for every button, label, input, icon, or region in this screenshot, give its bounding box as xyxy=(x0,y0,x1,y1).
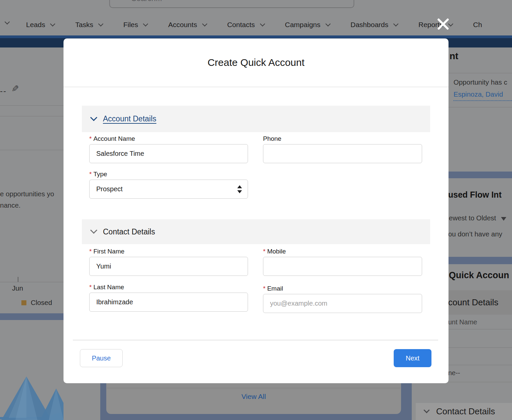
top-navigation: Leads Tasks Files Accounts Contacts Camp… xyxy=(0,16,512,33)
mountains-illustration xyxy=(0,368,63,420)
divider xyxy=(0,116,63,116)
chevron-down-icon[interactable] xyxy=(325,21,331,26)
caret-down-icon xyxy=(237,190,242,193)
contact-fields-grid: * First Name * Mobile * Last Name * Emai… xyxy=(89,244,422,313)
nav-tab-label: Files xyxy=(123,21,138,29)
label-text: Mobile xyxy=(267,248,286,255)
opportunity-text: Opportunity has c xyxy=(454,78,507,86)
chevron-down-icon[interactable] xyxy=(98,21,104,26)
empty-value-text: -- xyxy=(0,86,7,96)
last-name-field: * Last Name xyxy=(89,284,248,313)
type-field: * Type Prospect xyxy=(89,171,248,199)
sort-label: ewest to Oldest xyxy=(449,214,496,222)
edit-pencil-icon[interactable]: ✎ xyxy=(11,84,19,94)
label-text: Type xyxy=(93,171,107,178)
page-background-band xyxy=(448,257,512,264)
background-left-panel: -- ✎ e opportunities yo nance. Jun Close… xyxy=(0,47,63,420)
select-spinner-icon[interactable] xyxy=(237,185,242,193)
first-name-field: * First Name xyxy=(89,248,248,276)
required-asterisk: * xyxy=(263,285,265,292)
divider xyxy=(448,382,512,382)
nav-tab-label: Tasks xyxy=(75,21,93,29)
account-name-field: * Account Name xyxy=(89,135,248,163)
nav-tab-tasks[interactable]: Tasks xyxy=(75,21,103,29)
nav-tab-label: Campaigns xyxy=(285,21,321,29)
account-name-input[interactable] xyxy=(89,144,248,163)
divider xyxy=(107,388,400,388)
mobile-field: * Mobile xyxy=(263,248,422,276)
divider xyxy=(448,347,512,348)
mobile-label: * Mobile xyxy=(263,248,422,255)
empty-state-text: e opportunities yo xyxy=(0,190,54,198)
close-icon[interactable] xyxy=(436,17,450,31)
chart-axis-line xyxy=(0,282,63,282)
spacer xyxy=(263,163,422,199)
email-input[interactable] xyxy=(263,294,422,313)
search-input[interactable] xyxy=(110,0,354,7)
divider xyxy=(0,105,63,106)
nav-tab-clipped[interactable]: Ch xyxy=(473,21,482,29)
chevron-down-icon[interactable] xyxy=(50,21,55,26)
divider xyxy=(448,107,512,107)
divider xyxy=(0,150,63,150)
phone-field: Phone xyxy=(263,135,422,163)
nav-tab-accounts[interactable]: Accounts xyxy=(168,21,206,29)
next-button[interactable]: Next xyxy=(394,349,431,367)
chevron-down-icon[interactable] xyxy=(202,21,207,26)
first-name-input[interactable] xyxy=(89,257,248,276)
flow-empty-text: ou don’t have any xyxy=(448,230,502,238)
pause-button[interactable]: Pause xyxy=(80,349,123,367)
nav-tab-leads[interactable]: Leads xyxy=(26,21,54,29)
nav-tab-label: Dashboards xyxy=(351,21,388,29)
phone-input[interactable] xyxy=(263,144,422,163)
required-asterisk: * xyxy=(89,284,92,291)
required-asterisk: * xyxy=(89,248,92,255)
chevron-down-icon[interactable] xyxy=(393,21,399,26)
contact-details-section-toggle[interactable]: Contact Details xyxy=(82,219,430,244)
first-name-label: * First Name xyxy=(89,248,248,255)
chevron-down-icon[interactable] xyxy=(143,21,148,26)
mobile-input[interactable] xyxy=(263,257,422,276)
view-all-link[interactable]: View All xyxy=(106,393,401,401)
background-right-panel: nt Opportunity has c Espinoza, David use… xyxy=(448,47,512,420)
account-details-section-toggle[interactable]: Account Details xyxy=(82,106,430,132)
type-select[interactable]: Prospect xyxy=(89,180,248,199)
sort-dropdown[interactable]: ewest to Oldest xyxy=(449,214,506,222)
account-name-label-fragment: unt Name xyxy=(448,318,477,326)
label-text: Email xyxy=(267,285,283,292)
chevron-down-icon xyxy=(90,227,97,234)
account-details-link[interactable]: Account Details xyxy=(103,114,156,123)
account-name-label: * Account Name xyxy=(89,135,248,142)
label-text: Phone xyxy=(263,135,281,142)
legend-swatch-closed xyxy=(21,300,26,305)
panel-heading-fragment: nt xyxy=(450,51,458,62)
type-label: * Type xyxy=(89,171,248,178)
divider xyxy=(448,73,512,73)
global-search-box[interactable] xyxy=(109,0,354,8)
label-text: First Name xyxy=(93,248,124,255)
last-name-input[interactable] xyxy=(89,293,248,312)
contact-name-link[interactable]: Espinoza, David xyxy=(454,90,512,101)
axis-tick-label: Jun xyxy=(12,284,23,292)
empty-state-text: nance. xyxy=(0,201,21,209)
nav-tab-label: Accounts xyxy=(168,21,197,29)
divider xyxy=(448,329,512,329)
nav-tab-dashboards[interactable]: Dashboards xyxy=(351,21,398,29)
required-asterisk: * xyxy=(89,135,92,142)
nav-tab-contacts[interactable]: Contacts xyxy=(227,21,264,29)
nav-tab-label: Ch xyxy=(473,21,482,29)
required-asterisk: * xyxy=(263,248,265,255)
phone-label: Phone xyxy=(263,135,422,142)
nav-tab-files[interactable]: Files xyxy=(123,21,147,29)
modal-title: Create Quick Account xyxy=(208,57,304,68)
nav-tab-campaigns[interactable]: Campaigns xyxy=(285,21,330,29)
account-details-section-header[interactable]: count Details xyxy=(448,290,512,315)
chevron-down-icon[interactable] xyxy=(260,21,265,26)
modal-header: Create Quick Account xyxy=(63,38,449,87)
nav-tab-label: Contacts xyxy=(227,21,255,29)
modal-footer: Pause Next xyxy=(73,340,438,383)
email-field: * Email xyxy=(263,285,422,313)
section-label-fragment: count Details xyxy=(448,297,498,308)
contact-details-section-header[interactable]: Contact Details xyxy=(416,403,512,420)
axis-tick xyxy=(18,277,18,282)
